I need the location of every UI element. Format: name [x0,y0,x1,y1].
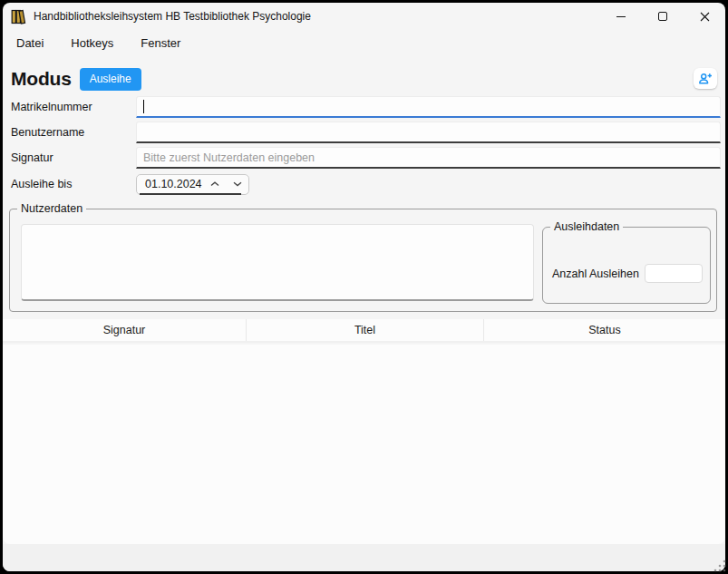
nutzerdaten-groupbox: Nutzerdaten Ausleihdaten Anzahl Ausleihe… [9,209,717,312]
app-window: Handbibliotheksleihsystem HB Testbibliot… [3,3,725,571]
date-value[interactable]: 01.10.2024 [137,178,203,190]
menu-item-fenster[interactable]: Fenster [132,33,189,54]
signatur-row: Signatur [3,147,721,169]
matrikelnummer-label: Matrikelnummer [11,101,136,113]
ausleihdaten-legend: Ausleihdaten [550,220,623,233]
window-controls [600,3,725,30]
modus-label: Modus [11,68,72,90]
mode-ausleihe-button[interactable]: Ausleihe [80,68,141,91]
window-title: Handbibliotheksleihsystem HB Testbibliot… [34,10,311,23]
chevron-up-icon [210,181,219,187]
close-icon[interactable] [684,3,725,30]
menu-bar: Datei Hotkeys Fenster [3,30,725,56]
column-header-titel[interactable]: Titel [246,319,483,341]
ausleihe-bis-row: Ausleihe bis 01.10.2024 [3,173,721,195]
matrikelnummer-row: Matrikelnummer [3,96,721,118]
title-bar: Handbibliotheksleihsystem HB Testbibliot… [3,3,725,30]
add-user-button[interactable] [694,68,717,89]
nutzerdaten-legend: Nutzerdaten [17,202,86,215]
anzahl-ausleihen-input[interactable] [645,264,703,283]
window-bottom-strip [3,544,725,571]
chevron-down-icon [233,181,242,187]
column-header-signatur[interactable]: Signatur [3,319,246,341]
ausleihe-bis-date-spinner[interactable]: 01.10.2024 [136,174,249,195]
text-caret [143,100,144,113]
benutzername-label: Benutzername [11,126,136,139]
signatur-input[interactable] [136,147,721,169]
table-header: Signatur Titel Status [3,319,725,343]
date-increment-button[interactable] [203,175,226,194]
matrikelnummer-input[interactable] [136,96,721,118]
benutzername-row: Benutzername [3,122,721,143]
menu-item-hotkeys[interactable]: Hotkeys [63,33,121,54]
maximize-icon[interactable] [642,3,684,30]
nutzerdaten-textarea[interactable] [21,224,534,301]
date-decrement-button[interactable] [226,175,248,194]
anzahl-ausleihen-label: Anzahl Ausleihen [552,268,645,280]
minimize-icon[interactable] [600,3,642,30]
column-header-status[interactable]: Status [483,319,725,341]
benutzername-input[interactable] [136,122,721,143]
resize-grip[interactable] [713,559,727,573]
date-underline [140,193,241,195]
anzahl-ausleihen-row: Anzahl Ausleihen [552,264,703,283]
library-books-icon [11,9,26,24]
mode-header: Modus Ausleihe [3,63,725,95]
menu-item-datei[interactable]: Datei [8,33,52,54]
signatur-label: Signatur [11,151,136,164]
screen: { "window": { "title": "Handbibliotheksl… [0,0,728,574]
ausleihdaten-groupbox: Ausleihdaten Anzahl Ausleihen [542,227,711,304]
person-add-icon [698,73,713,85]
table-body[interactable] [3,345,725,544]
ausleihe-bis-label: Ausleihe bis [11,178,136,190]
